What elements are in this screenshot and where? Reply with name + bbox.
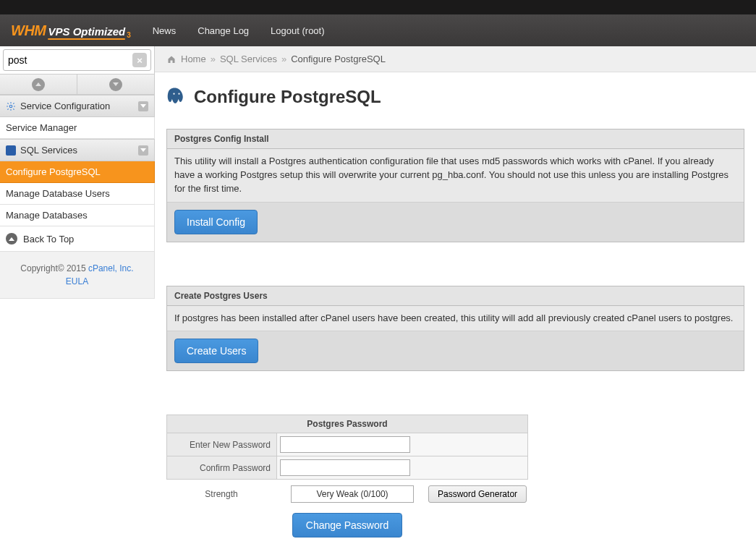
search-cell: × xyxy=(0,46,155,75)
logo-suffix: 3 xyxy=(127,31,131,39)
new-password-input[interactable] xyxy=(280,436,410,453)
panel-body: If postgres has been installed after cPa… xyxy=(167,306,744,332)
panel-head: Postgres Config Install xyxy=(167,129,744,149)
back-to-top-label: Back To Top xyxy=(23,234,74,245)
main-content: Home » SQL Services » Configure PostgreS… xyxy=(155,46,756,544)
sidebar-service-config-label: Service Configuration xyxy=(20,101,110,111)
sidebar-item-configure-postgresql[interactable]: Configure PostgreSQL xyxy=(0,161,155,183)
breadcrumb-sql[interactable]: SQL Services xyxy=(220,54,277,64)
change-password-button[interactable]: Change Password xyxy=(292,513,402,537)
copyright-text: Copyright© 2015 xyxy=(20,263,88,273)
nav-news[interactable]: News xyxy=(153,25,177,36)
sidebar-section-sql-services[interactable]: SQL Services xyxy=(0,139,155,161)
create-users-button[interactable]: Create Users xyxy=(174,339,258,363)
nav-logout[interactable]: Logout (root) xyxy=(271,25,324,36)
clear-search-icon[interactable]: × xyxy=(132,53,147,67)
home-icon xyxy=(166,55,177,64)
chevron-down-icon xyxy=(138,145,148,156)
svg-point-2 xyxy=(178,93,179,95)
page-title: Configure PostgreSQL xyxy=(194,87,381,107)
header-bar: WHM VPS Optimized 3 News Change Log Logo… xyxy=(0,14,756,46)
breadcrumb-sep: » xyxy=(281,54,286,64)
install-config-button[interactable]: Install Config xyxy=(174,210,258,234)
copyright: Copyright© 2015 cPanel, Inc. EULA xyxy=(0,252,155,299)
postgresql-icon xyxy=(166,87,187,107)
panel-body: This utility will install a Postgres aut… xyxy=(167,149,744,203)
top-nav: News Change Log Logout (root) xyxy=(153,25,325,36)
arrow-up-icon xyxy=(6,233,17,245)
page-title-row: Configure PostgreSQL xyxy=(155,72,756,129)
svg-point-0 xyxy=(9,105,12,108)
sidebar-item-manage-db-users[interactable]: Manage Database Users xyxy=(0,183,155,205)
panel-head: Create Postgres Users xyxy=(167,286,744,306)
sidebar-item-manage-databases[interactable]: Manage Databases xyxy=(0,205,155,226)
strength-label: Strength xyxy=(166,489,276,499)
cpanel-link[interactable]: cPanel, Inc. xyxy=(88,263,134,273)
panel-install-config: Postgres Config Install This utility wil… xyxy=(166,129,744,242)
chevron-down-icon xyxy=(138,101,148,111)
password-section-title: Postgres Password xyxy=(166,415,528,433)
svg-point-1 xyxy=(173,93,174,95)
breadcrumb: Home » SQL Services » Configure PostgreS… xyxy=(155,46,756,72)
back-to-top[interactable]: Back To Top xyxy=(0,226,155,252)
sidebar-sql-label: SQL Services xyxy=(20,145,77,156)
strength-indicator: Very Weak (0/100) xyxy=(291,485,414,503)
collapse-up-button[interactable] xyxy=(0,75,77,95)
enter-password-label: Enter New Password xyxy=(167,433,277,456)
eula-link[interactable]: EULA xyxy=(66,276,88,286)
sql-icon xyxy=(6,145,16,156)
search-input[interactable] xyxy=(3,49,151,71)
password-section: Postgres Password Enter New Password Con… xyxy=(166,415,528,537)
breadcrumb-home[interactable]: Home xyxy=(181,54,206,64)
breadcrumb-sep: » xyxy=(211,54,216,64)
gear-icon xyxy=(6,101,16,111)
nav-changelog[interactable]: Change Log xyxy=(198,25,249,36)
logo-vps-text: VPS Optimized xyxy=(48,25,125,38)
logo-whm-text: WHM xyxy=(11,22,46,39)
sidebar-section-service-config[interactable]: Service Configuration xyxy=(0,95,155,117)
sidebar-item-service-manager[interactable]: Service Manager xyxy=(0,117,155,139)
sidebar: × Service Configuration Service Manager … xyxy=(0,46,155,544)
password-generator-button[interactable]: Password Generator xyxy=(428,485,527,503)
confirm-password-input[interactable] xyxy=(280,459,410,476)
whm-logo: WHM VPS Optimized 3 xyxy=(11,22,131,39)
confirm-password-label: Confirm Password xyxy=(167,456,277,479)
top-strip xyxy=(0,0,756,14)
breadcrumb-current: Configure PostgreSQL xyxy=(291,54,386,64)
collapse-down-button[interactable] xyxy=(77,75,155,95)
panel-create-users: Create Postgres Users If postgres has be… xyxy=(166,286,744,372)
